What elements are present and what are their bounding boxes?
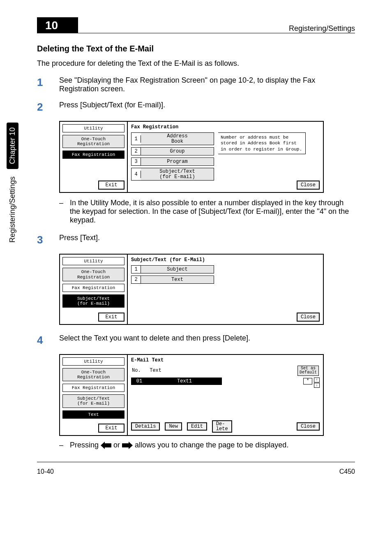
model-code: C450 <box>339 468 355 475</box>
lcd1-onetouch-tab[interactable]: One-Touch Registration <box>62 135 125 148</box>
step-4-tail: Pressing or allows you to change the pag… <box>70 441 288 449</box>
lcd3-text-tab[interactable]: Text <box>62 410 125 419</box>
lcd1-help-message: Number or address must be stored in Addr… <box>218 132 306 154</box>
step-4-text: Select the Text you want to delete and t… <box>59 334 355 343</box>
lcd3-exit-button[interactable]: Exit <box>98 424 125 433</box>
footer-rule <box>37 462 355 462</box>
lcd3-row-text[interactable]: Text1 <box>148 378 222 385</box>
lcd3-onetouch-tab[interactable]: One-Touch Registration <box>62 368 125 381</box>
page-back-icon <box>101 442 111 449</box>
step-1-number: 1 <box>37 76 47 89</box>
step-3-text: Press [Text]. <box>59 234 355 242</box>
lcd1-item-address-book[interactable]: 1 Address Book <box>131 132 214 145</box>
lcd3-col-text: Text <box>150 368 161 373</box>
side-tab: Registering/Settings Chapter 10 <box>7 123 18 243</box>
note-dash: – <box>59 199 63 225</box>
lcd3-close-button[interactable]: Close <box>297 422 320 431</box>
note2-dash: – <box>59 441 63 449</box>
lcd1-title: Fax Registration <box>131 124 320 130</box>
lcd2-onetouch-tab[interactable]: One-Touch Registration <box>62 268 125 281</box>
lcd1-close-button[interactable]: Close <box>297 181 320 190</box>
step-1-text: See "Displaying the Fax Registration Scr… <box>59 76 355 93</box>
lcd3-col-no: No. <box>132 368 141 373</box>
lcd2-faxreg-tab[interactable]: Fax Registration <box>62 284 125 292</box>
side-tab-text: Registering/Settings <box>8 176 17 243</box>
lcd1-exit-button[interactable]: Exit <box>98 181 125 190</box>
lcd3-faxreg-tab[interactable]: Fax Registration <box>62 384 125 392</box>
lcd3-row-no[interactable]: 01 <box>131 378 148 385</box>
header-rule <box>37 33 355 33</box>
lcd3-scroll-down[interactable]: ↓ <box>314 383 320 388</box>
lcd1-item-subject-text[interactable]: 4 Subject/Text (for E-mail) <box>131 168 214 181</box>
lcd3-row-default-star: * <box>303 378 312 384</box>
chapter-pill: Chapter 10 <box>7 123 18 169</box>
lcd3-scroll-up[interactable]: ↑ <box>314 378 320 382</box>
chapter-number-box: 10 <box>37 17 78 33</box>
lcd3-subject-tab[interactable]: Subject/Text (for E-mail) <box>62 394 125 408</box>
lcd3-utility-tab[interactable]: Utility <box>62 357 125 366</box>
section-title: Deleting the Text of the E-Mail <box>37 44 355 53</box>
step-2-note: In the Utility Mode, it is also possible… <box>70 199 355 225</box>
lcd3-delete-button[interactable]: De- lete <box>212 420 232 433</box>
lcd1-utility-tab[interactable]: Utility <box>62 124 125 132</box>
lcd-panel-subject-text: Utility One-Touch Registration Fax Regis… <box>59 254 324 325</box>
step-2-text: Press [Subject/Text (for E-mail)]. <box>59 101 355 109</box>
lcd2-exit-button[interactable]: Exit <box>98 313 125 322</box>
lcd3-set-as-default[interactable]: Set as Default <box>297 366 319 376</box>
lcd3-title: E-Mail Text <box>131 357 320 363</box>
step-2-number: 2 <box>37 101 47 114</box>
lcd3-new-button[interactable]: New <box>165 422 182 431</box>
lcd2-close-button[interactable]: Close <box>297 313 320 322</box>
lcd2-utility-tab[interactable]: Utility <box>62 257 125 265</box>
lcd2-item-text[interactable]: 2 Text <box>131 276 214 284</box>
lcd2-title: Subject/Text (for E-Mail) <box>131 257 320 263</box>
running-header: Registering/Settings <box>289 24 355 33</box>
lcd3-edit-button[interactable]: Edit <box>187 422 207 431</box>
step-4-number: 4 <box>37 334 47 347</box>
lcd1-item-group[interactable]: 2 Group <box>131 147 214 155</box>
page-number: 10-40 <box>37 468 54 475</box>
lcd3-details-button[interactable]: Details <box>131 422 160 431</box>
lcd-panel-email-text: Utility One-Touch Registration Fax Regis… <box>59 354 324 436</box>
lcd-panel-fax-registration: Utility One-Touch Registration Fax Regis… <box>59 121 324 193</box>
section-intro: The procedure for deleting the Text of t… <box>37 59 355 68</box>
page-forward-icon <box>122 442 133 449</box>
lcd2-subject-tab[interactable]: Subject/Text (for E-mail) <box>62 294 125 308</box>
lcd2-item-subject[interactable]: 1 Subject <box>131 265 214 273</box>
lcd1-item-program[interactable]: 3 Program <box>131 158 214 166</box>
step-3-number: 3 <box>37 234 47 246</box>
lcd1-faxreg-tab[interactable]: Fax Registration <box>62 151 125 159</box>
